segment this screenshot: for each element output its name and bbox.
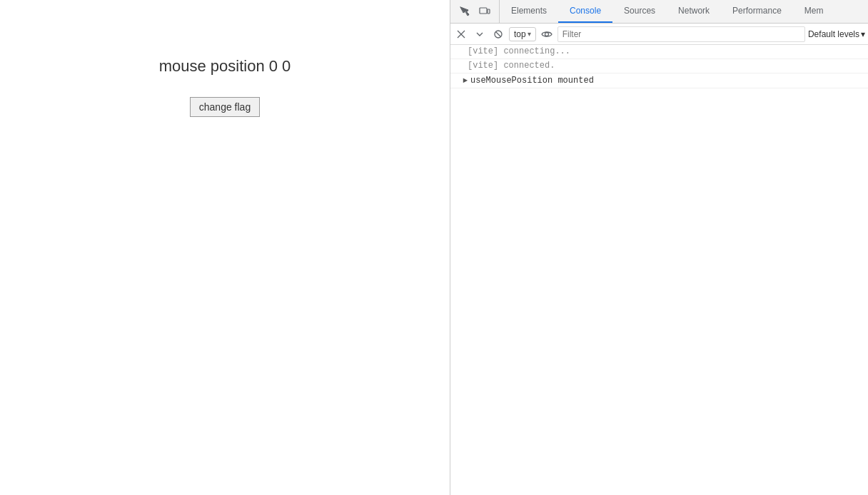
tab-network[interactable]: Network: [667, 0, 721, 23]
default-levels-label: Default levels: [808, 29, 859, 39]
devtools-icon-group: [450, 0, 500, 23]
console-line-vite-connecting: [vite] connecting...: [450, 45, 868, 59]
expand-arrow-button[interactable]: ►: [450, 73, 470, 88]
console-toolbar: top ▾ Default levels ▾: [450, 24, 868, 45]
console-filter-input[interactable]: [557, 26, 805, 42]
default-levels-arrow-icon: ▾: [861, 29, 865, 39]
console-line-text: [vite] connecting...: [468, 46, 865, 56]
change-flag-button[interactable]: change flag: [190, 97, 260, 117]
mouse-position-label: mouse position 0 0: [159, 57, 291, 76]
svg-line-5: [496, 31, 501, 36]
console-output: [vite] connecting... [vite] connected. ►…: [450, 45, 868, 495]
tab-sources[interactable]: Sources: [612, 0, 667, 23]
devtools-top-bar: Elements Console Sources Network Perform…: [450, 0, 868, 24]
console-line-text: useMousePosition mounted: [470, 73, 868, 88]
inspect-element-icon[interactable]: [456, 3, 473, 20]
clear-console-button[interactable]: [453, 26, 469, 42]
console-line-use-mouse: ► useMousePosition mounted: [450, 73, 868, 88]
ban-console-button[interactable]: [490, 26, 506, 42]
expand-console-button[interactable]: [472, 26, 488, 42]
console-default-levels[interactable]: Default levels ▾: [808, 29, 865, 39]
console-eye-button[interactable]: [539, 26, 555, 42]
devtools-panel: Elements Console Sources Network Perform…: [450, 0, 868, 495]
console-context-selector[interactable]: top ▾: [509, 27, 536, 41]
main-page: mouse position 0 0 change flag: [0, 0, 450, 495]
tab-performance[interactable]: Performance: [721, 0, 793, 23]
context-label: top: [514, 29, 526, 39]
tab-memory[interactable]: Mem: [793, 0, 835, 23]
svg-point-6: [545, 32, 548, 36]
svg-rect-0: [480, 8, 487, 14]
console-line-vite-connected: [vite] connected.: [450, 59, 868, 73]
tab-elements[interactable]: Elements: [500, 0, 558, 23]
console-line-text: [vite] connected.: [468, 61, 865, 71]
devtools-tabs: Elements Console Sources Network Perform…: [500, 0, 868, 23]
context-arrow-icon: ▾: [528, 30, 531, 38]
svg-rect-1: [488, 9, 490, 14]
tab-console[interactable]: Console: [558, 0, 612, 23]
device-toolbar-icon[interactable]: [476, 3, 493, 20]
